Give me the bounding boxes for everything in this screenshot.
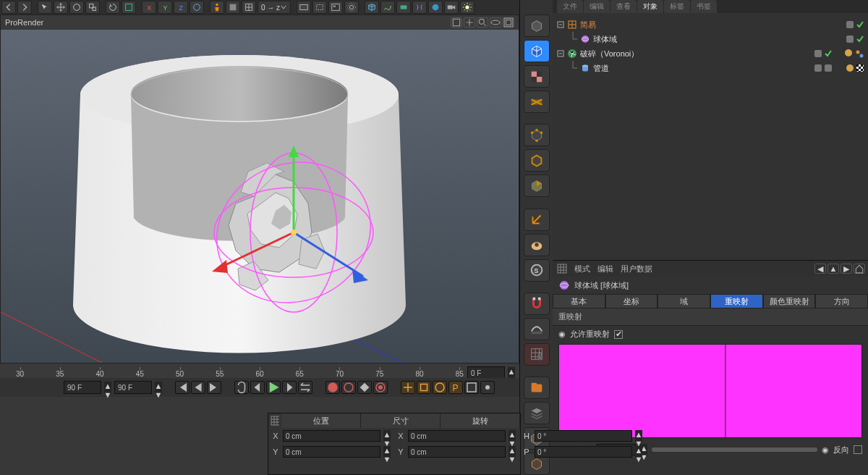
attr-nav-up-icon[interactable]: ▲ — [827, 264, 839, 274]
object-tree[interactable]: 简易 球体域 破碎（Voronoi） — [553, 13, 868, 80]
rot-h-spinner[interactable]: ▲▼ — [635, 430, 642, 442]
go-end-icon[interactable] — [207, 381, 221, 394]
keyframe-sel-icon[interactable] — [357, 381, 372, 394]
attr-nav-fwd-icon[interactable]: ▶ — [841, 264, 852, 274]
size-x-input[interactable] — [408, 430, 506, 442]
attr-menu-userdata[interactable]: 用户数据 — [621, 264, 652, 274]
tree-row-tube[interactable]: 管道 — [557, 61, 864, 75]
layers-icon[interactable] — [524, 402, 550, 424]
toolbar-prim-camera-icon[interactable] — [444, 1, 459, 14]
viewport-solo-icon[interactable] — [524, 234, 550, 256]
viewport-nav-home-icon[interactable] — [451, 17, 462, 28]
autokey-icon[interactable] — [341, 381, 356, 394]
workplane-mode-icon[interactable] — [524, 91, 550, 113]
edge-mode-icon[interactable] — [524, 149, 550, 172]
allow-remap-checkbox[interactable]: ✔ — [614, 330, 623, 339]
toolbar-render-settings-icon[interactable] — [344, 1, 359, 14]
range-start-input[interactable] — [64, 381, 101, 394]
toolbar-render-pv-icon[interactable] — [328, 1, 343, 14]
step-back-icon[interactable] — [250, 381, 265, 394]
menu-edit[interactable]: 编辑 — [584, 0, 610, 13]
range-start-spinner[interactable]: ▲▼ — [104, 382, 111, 393]
menu-view[interactable]: 查看 — [610, 0, 637, 13]
menu-bookmarks[interactable]: 书签 — [691, 0, 717, 13]
attr-tab-colorremap[interactable]: 颜色重映射 — [763, 294, 816, 308]
enable-check-icon[interactable] — [856, 35, 864, 43]
toolbar-select-icon[interactable] — [38, 1, 52, 14]
enable-check-icon[interactable] — [825, 50, 832, 57]
loop-range-icon[interactable] — [298, 381, 312, 394]
pos-y-spinner[interactable]: ▲▼ — [383, 446, 391, 458]
attr-tab-basic[interactable]: 基本 — [553, 294, 605, 308]
range-end-spinner[interactable]: ▲▼ — [155, 382, 162, 393]
tag-orange-icon[interactable] — [846, 64, 854, 72]
reverse-checkbox[interactable] — [854, 445, 862, 454]
size-y-input[interactable] — [408, 446, 506, 458]
toolbar-prim-environment-icon[interactable] — [428, 1, 443, 14]
attr-nav-home-icon[interactable] — [854, 264, 865, 274]
toolbar-coord-icon[interactable] — [122, 1, 136, 14]
visibility-editor-flag[interactable] — [814, 64, 822, 72]
visibility-render-flag[interactable] — [825, 64, 832, 72]
visibility-editor-flag[interactable] — [846, 21, 854, 28]
axis-mode-icon[interactable] — [524, 209, 550, 231]
go-start-icon[interactable] — [175, 381, 190, 394]
tree-row-voronoi[interactable]: 破碎（Voronoi） — [557, 46, 864, 61]
menu-object[interactable]: 对象 — [637, 0, 663, 13]
key-rot-icon[interactable] — [433, 381, 447, 394]
size-y-spinner[interactable]: ▲▼ — [509, 446, 516, 458]
enable-check-icon[interactable] — [856, 21, 864, 28]
viewport-nav-orbit-icon[interactable] — [490, 17, 501, 28]
menu-file[interactable]: 文件 — [557, 0, 583, 13]
current-frame-spinner[interactable]: ▲▼ — [508, 367, 515, 379]
rot-p-spinner[interactable]: ▲▼ — [635, 446, 642, 458]
toolbar-prim-spline-icon[interactable] — [380, 1, 395, 14]
toolbar-zero-to-z[interactable]: 0 → z — [258, 1, 291, 14]
rot-p-input[interactable] — [535, 446, 632, 458]
tree-row-simple[interactable]: 简易 — [557, 17, 864, 32]
toolbar-prim-deformer-icon[interactable] — [412, 1, 427, 14]
play-icon[interactable] — [266, 381, 281, 394]
size-x-spinner[interactable]: ▲▼ — [509, 430, 516, 442]
snap-icon[interactable]: S — [524, 259, 550, 282]
loop-icon[interactable] — [234, 381, 249, 394]
toolbar-render-icon[interactable] — [297, 1, 311, 14]
model-mode-icon[interactable] — [524, 40, 550, 62]
tag-texture-icon[interactable] — [856, 64, 864, 72]
attr-tab-field[interactable]: 域 — [658, 294, 710, 308]
tree-row-sphere-field[interactable]: 球体域 — [557, 32, 864, 46]
key-param-icon[interactable]: P — [448, 381, 463, 394]
rot-h-input[interactable] — [535, 430, 632, 442]
viewport-canvas[interactable] — [1, 30, 519, 363]
step-fwd-icon[interactable] — [282, 381, 297, 394]
toolbar-prim-cube-icon[interactable] — [365, 1, 379, 14]
magnet-tool-icon[interactable] — [524, 293, 550, 315]
toolbar-axis-x-icon[interactable]: X — [142, 1, 156, 14]
toolbar-prim-light-icon[interactable] — [460, 1, 475, 14]
toolbar-redo-icon[interactable] — [17, 1, 32, 14]
expander-icon[interactable] — [557, 21, 564, 28]
tag-orange-icon[interactable] — [845, 49, 852, 56]
record-icon[interactable] — [326, 381, 340, 394]
toolbar-axis-z-icon[interactable]: Z — [174, 1, 188, 14]
toolbar-axis-y-icon[interactable]: Y — [158, 1, 172, 14]
toolbar-scale-icon[interactable] — [85, 1, 100, 14]
toolbar-figure-icon[interactable] — [210, 1, 224, 14]
key-scale-icon[interactable] — [417, 381, 431, 394]
point-mode-icon[interactable] — [524, 124, 550, 146]
key-point-icon[interactable] — [480, 381, 495, 394]
attr-tab-direction[interactable]: 方向 — [815, 294, 868, 308]
soft-select-icon[interactable] — [524, 318, 550, 340]
visibility-editor-flag[interactable] — [846, 35, 854, 43]
toolbar-wireframe-icon[interactable] — [242, 1, 256, 14]
attr-menu-edit[interactable]: 编辑 — [597, 264, 613, 274]
toolbar-undo-icon[interactable] — [1, 1, 16, 14]
toolbar-coord-world-icon[interactable] — [190, 1, 204, 14]
toolbar-move-icon[interactable] — [54, 1, 68, 14]
range-end-input[interactable] — [114, 381, 152, 394]
attr-nav-back-icon[interactable]: ◀ — [814, 264, 826, 274]
key-pos-icon[interactable] — [401, 381, 415, 394]
prev-key-icon[interactable] — [191, 381, 205, 394]
content-browser-icon[interactable] — [524, 377, 550, 399]
key-all-icon[interactable] — [373, 381, 388, 394]
